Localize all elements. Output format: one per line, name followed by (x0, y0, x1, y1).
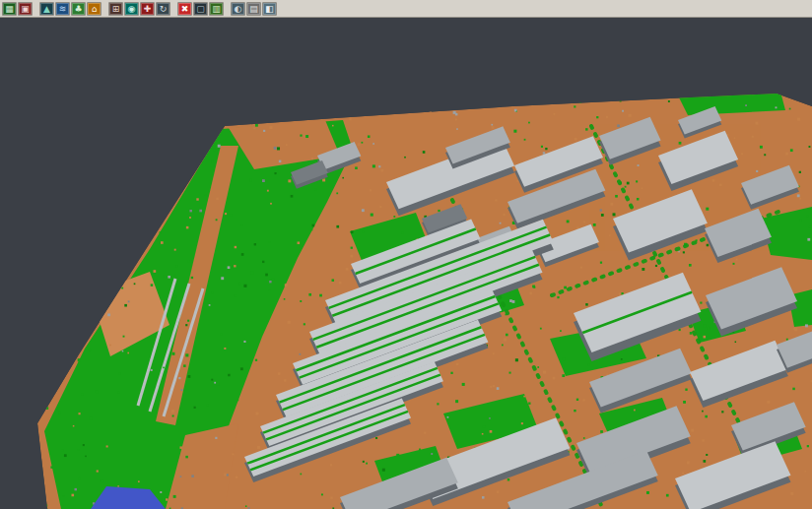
water-layer-icon[interactable]: ≋ (55, 2, 70, 16)
measure-icon[interactable]: ✚ (140, 2, 155, 16)
classification-icon[interactable]: ◉ (124, 2, 139, 16)
frame-icon[interactable]: ▢ (193, 2, 208, 16)
texture-icon[interactable]: ▤ (246, 2, 261, 16)
main-toolbar: ▦▣▲≋♣⌂⊞◉✚↻✖▢▥◐▤◧ (0, 0, 812, 18)
rotate-view-icon[interactable]: ↻ (156, 2, 170, 16)
globe-icon[interactable]: ◐ (231, 2, 245, 16)
grid-icon[interactable]: ⊞ (108, 2, 123, 16)
scene-svg (0, 0, 812, 509)
mesh-icon[interactable]: ▥ (209, 2, 224, 16)
terrain-view-icon[interactable]: ▲ (39, 2, 54, 16)
save-icon[interactable]: ▣ (18, 2, 33, 16)
viewport-3d[interactable] (0, 0, 812, 509)
snapshot-icon[interactable]: ◧ (262, 2, 277, 16)
vegetation-layer-icon[interactable]: ♣ (71, 2, 86, 16)
buildings-layer-icon[interactable]: ⌂ (87, 2, 102, 16)
delete-icon[interactable]: ✖ (177, 2, 192, 16)
open-project-icon[interactable]: ▦ (2, 2, 17, 16)
